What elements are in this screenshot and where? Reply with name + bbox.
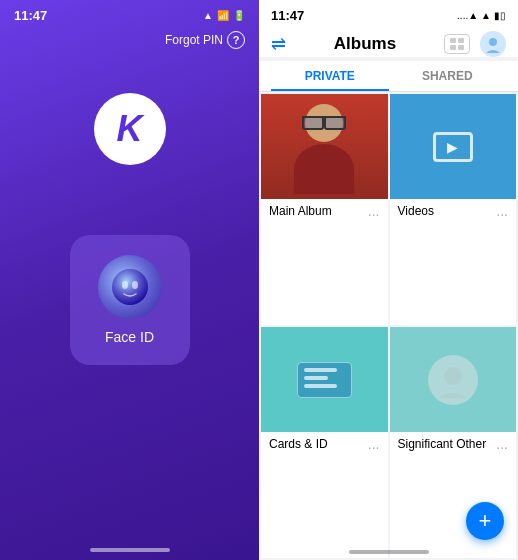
right-time: 11:47: [271, 8, 304, 23]
right-panel: 11:47 ....▲ ▲ ▮▯ ⇌ Albums: [259, 0, 518, 560]
glasses-overlay: [302, 116, 346, 126]
wifi-icon: ▲: [203, 10, 213, 21]
face-id-button[interactable]: Face ID: [70, 235, 190, 365]
album-info-person: Significant Other ...: [390, 432, 517, 458]
video-thumb: [390, 94, 517, 199]
album-info-main: Main Album ...: [261, 199, 388, 225]
left-status-bar: 11:47 ▲ 📶 🔋: [0, 0, 259, 27]
forgot-pin-row[interactable]: Forgot PIN ?: [0, 27, 259, 53]
album-more-person[interactable]: ...: [496, 436, 508, 452]
album-info-videos: Videos ...: [390, 199, 517, 225]
forgot-pin-label: Forgot PIN: [165, 33, 223, 47]
tab-shared[interactable]: SHARED: [389, 61, 507, 91]
battery-icon: 🔋: [233, 10, 245, 21]
card-line-2: [304, 376, 329, 380]
album-cell-videos[interactable]: Videos ...: [390, 94, 517, 325]
person-avatar-icon: [428, 355, 478, 405]
right-signal-icon: ....▲: [457, 10, 478, 21]
card-icon: [297, 362, 352, 398]
video-film-icon: [433, 132, 473, 162]
tabs-row: PRIVATE SHARED: [259, 61, 518, 92]
header-right-icons: [444, 31, 506, 57]
album-thumb-person: [390, 327, 517, 432]
face-id-icon: [98, 255, 162, 319]
album-cell-main[interactable]: Main Album ...: [261, 94, 388, 325]
right-status-bar: 11:47 ....▲ ▲ ▮▯: [259, 0, 518, 27]
logo-letter: K: [117, 108, 143, 150]
album-thumb-main: [261, 94, 388, 199]
grid-view-icon[interactable]: [444, 34, 470, 54]
album-more-videos[interactable]: ...: [496, 203, 508, 219]
album-thumb-videos: [390, 94, 517, 199]
svg-rect-6: [458, 45, 464, 50]
right-header: ⇌ Albums: [259, 27, 518, 57]
album-thumb-cards: [261, 327, 388, 432]
left-time: 11:47: [14, 8, 47, 23]
left-status-icons: ▲ 📶 🔋: [203, 10, 245, 21]
left-panel: 11:47 ▲ 📶 🔋 Forgot PIN ? K: [0, 0, 259, 560]
albums-grid: Main Album ... Videos ...: [259, 92, 518, 560]
album-name-cards: Cards & ID: [269, 437, 328, 451]
face-id-label: Face ID: [105, 329, 154, 345]
right-home-indicator: [349, 550, 429, 554]
face-photo: [261, 94, 388, 199]
album-cell-cards[interactable]: Cards & ID ...: [261, 327, 388, 558]
album-info-cards: Cards & ID ...: [261, 432, 388, 458]
right-status-icons: ....▲ ▲ ▮▯: [457, 10, 506, 21]
card-line-1: [304, 368, 337, 372]
album-more-cards[interactable]: ...: [368, 436, 380, 452]
svg-point-7: [489, 38, 497, 46]
card-line-3: [304, 384, 337, 388]
profile-icon[interactable]: [480, 31, 506, 57]
tab-private[interactable]: PRIVATE: [271, 61, 389, 91]
add-album-button[interactable]: +: [466, 502, 504, 540]
svg-point-1: [122, 281, 128, 289]
album-more-main[interactable]: ...: [368, 203, 380, 219]
right-wifi-icon: ▲: [481, 10, 491, 21]
svg-point-8: [444, 367, 462, 385]
album-name-videos: Videos: [398, 204, 434, 218]
app-logo: K: [94, 93, 166, 165]
person-thumb: [390, 327, 517, 432]
svg-point-0: [112, 269, 148, 305]
svg-rect-3: [450, 38, 456, 43]
forgot-pin-help-icon[interactable]: ?: [227, 31, 245, 49]
slider-icon[interactable]: ⇌: [271, 33, 286, 55]
svg-rect-4: [458, 38, 464, 43]
cards-thumb: [261, 327, 388, 432]
svg-point-2: [132, 281, 138, 289]
right-battery-icon: ▮▯: [494, 10, 506, 21]
left-home-indicator: [90, 548, 170, 552]
page-title: Albums: [334, 34, 396, 54]
signal-icon: 📶: [217, 10, 229, 21]
svg-rect-5: [450, 45, 456, 50]
album-name-person: Significant Other: [398, 437, 487, 451]
album-name-main: Main Album: [269, 204, 332, 218]
